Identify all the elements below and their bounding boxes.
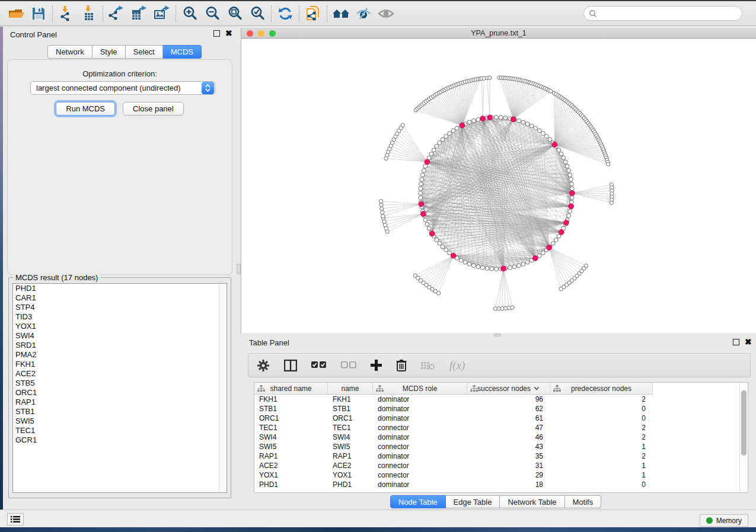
mcds-result-item[interactable]: SWI5 <box>13 416 227 426</box>
table-row[interactable]: TEC1TEC1connector472 <box>254 423 653 432</box>
close-panel-icon[interactable]: ✖ <box>225 30 232 37</box>
select-all-button[interactable] <box>311 361 327 369</box>
open-folder-button[interactable] <box>5 4 27 24</box>
search-input[interactable] <box>583 6 742 21</box>
copy-network-button[interactable] <box>302 4 324 24</box>
close-panel-button[interactable]: Close panel <box>123 102 184 116</box>
import-network-button[interactable] <box>55 4 78 24</box>
column-header-name[interactable]: name <box>328 383 373 394</box>
table-cell: ORC1 <box>254 414 328 423</box>
tab-node-table[interactable]: Node Table <box>390 495 446 508</box>
table-cell: dominator <box>373 395 467 404</box>
table-cell: 0 <box>550 480 653 489</box>
trash-icon <box>396 359 407 371</box>
mcds-result-item[interactable]: SRD1 <box>13 341 227 350</box>
show-details-icon <box>378 7 394 20</box>
column-header-predecessor-nodes[interactable]: predecessor nodes <box>550 383 653 394</box>
add-button[interactable] <box>371 360 382 371</box>
mcds-list-scrollbar[interactable] <box>219 284 227 492</box>
table-row[interactable]: YOX1YOX1connector291 <box>254 470 653 480</box>
show-details-button[interactable] <box>375 4 397 24</box>
float-table-panel-icon[interactable] <box>733 339 739 345</box>
tree-icon <box>376 385 384 392</box>
refresh-button[interactable] <box>274 4 296 24</box>
mcds-result-item[interactable]: STB1 <box>13 407 227 416</box>
copy-network-icon <box>305 5 321 22</box>
table-row[interactable]: ACE2ACE2connector311 <box>254 461 653 470</box>
mcds-result-item[interactable]: RAP1 <box>13 398 227 407</box>
trash-button[interactable] <box>396 359 407 371</box>
column-header-label: name <box>341 384 359 393</box>
mcds-result-item[interactable]: SWI4 <box>13 331 227 341</box>
desktop-wallpaper-bottom <box>0 527 756 532</box>
close-table-panel-icon[interactable]: ✖ <box>745 339 752 345</box>
run-mcds-button[interactable]: Run MCDS <box>56 102 115 116</box>
network-graph[interactable] <box>241 39 756 333</box>
mcds-result-item[interactable]: GCR1 <box>13 435 227 445</box>
mcds-result-item[interactable]: CAR1 <box>13 293 227 303</box>
tab-select[interactable]: Select <box>126 45 163 59</box>
toolbar-separator <box>327 5 327 22</box>
zoom-in-button[interactable] <box>178 4 201 24</box>
mcds-result-item[interactable]: FKH1 <box>13 360 227 369</box>
zoom-fit-button[interactable] <box>224 4 246 24</box>
table-cell: 2 <box>550 451 653 461</box>
export-network-button[interactable] <box>106 4 128 24</box>
mcds-result-item[interactable]: TEC1 <box>13 426 227 435</box>
mcds-result-item[interactable]: YOX1 <box>13 322 227 331</box>
tab-network-table[interactable]: Network Table <box>500 495 564 508</box>
table-scrollbar-thumb[interactable] <box>741 390 747 456</box>
table-row[interactable]: ORC1ORC1dominator610 <box>254 414 653 423</box>
table-row[interactable]: FKH1FKH1dominator962 <box>254 395 653 404</box>
gear-button[interactable] <box>257 359 270 372</box>
open-folder-icon <box>8 6 24 21</box>
mcds-result-list[interactable]: PHD1CAR1STP4TID3YOX1SWI4SRD1PMA2FKH1ACE2… <box>12 283 227 493</box>
table-row[interactable]: STB1STB1dominator620 <box>254 404 653 414</box>
column-header-shared-name[interactable]: shared name <box>254 383 328 394</box>
float-panel-icon[interactable] <box>213 30 220 37</box>
hide-details-button[interactable] <box>352 4 375 24</box>
deselect-all-button[interactable] <box>341 361 356 369</box>
column-header-successor-nodes[interactable]: successor nodes <box>467 383 550 394</box>
table-row[interactable]: SWI5SWI5connector431 <box>254 442 653 451</box>
toolbar-separator <box>271 5 272 22</box>
column-header-MCDS-role[interactable]: MCDS role <box>373 383 467 394</box>
export-table-button[interactable] <box>128 4 151 24</box>
mcds-result-item[interactable]: TID3 <box>13 312 227 322</box>
first-neighbors-button[interactable] <box>330 4 352 24</box>
mcds-result-item[interactable]: PMA2 <box>13 350 227 360</box>
vertical-splitter-handle[interactable] <box>237 264 241 274</box>
table-row[interactable]: PHD1PHD1dominator180 <box>254 480 653 489</box>
tab-network[interactable]: Network <box>47 45 92 59</box>
table-cell: connector <box>373 423 467 432</box>
gear-icon <box>257 359 270 372</box>
tab-motifs[interactable]: Motifs <box>565 495 602 508</box>
zoom-out-button[interactable] <box>201 4 224 24</box>
toolbar-separator <box>299 5 299 22</box>
mcds-result-item[interactable]: STB5 <box>13 379 227 388</box>
columns-icon <box>284 360 297 371</box>
table-panel: Table Panel ✖ f(x) shared namenameMCDS r… <box>241 336 756 509</box>
memory-button[interactable]: Memory <box>700 514 748 527</box>
network-canvas[interactable] <box>241 39 756 333</box>
tab-mcds[interactable]: MCDS <box>163 45 202 59</box>
table-row[interactable]: RAP1RAP1dominator352 <box>254 451 653 461</box>
columns-button[interactable] <box>284 360 297 371</box>
select-all-icon <box>311 361 327 369</box>
table-row[interactable]: SWI4SWI4dominator462 <box>254 432 653 442</box>
export-image-button[interactable] <box>151 4 173 24</box>
table-scrollbar[interactable] <box>739 383 747 493</box>
mcds-result-item[interactable]: STP4 <box>13 303 227 312</box>
task-history-button[interactable] <box>7 513 24 525</box>
table-cell: 61 <box>467 414 550 423</box>
network-window-titlebar[interactable]: YPA_prune.txt_1 <box>241 28 756 39</box>
mcds-result-item[interactable]: ACE2 <box>13 369 227 379</box>
save-button[interactable] <box>27 4 50 24</box>
mcds-result-item[interactable]: ORC1 <box>13 388 227 398</box>
tab-style[interactable]: Style <box>92 45 126 59</box>
criterion-dropdown[interactable]: largest connected component (undirected) <box>30 81 215 95</box>
mcds-result-item[interactable]: PHD1 <box>13 284 227 293</box>
zoom-selected-button[interactable] <box>246 4 269 24</box>
import-table-button[interactable] <box>78 4 100 24</box>
tab-edge-table[interactable]: Edge Table <box>446 495 500 508</box>
